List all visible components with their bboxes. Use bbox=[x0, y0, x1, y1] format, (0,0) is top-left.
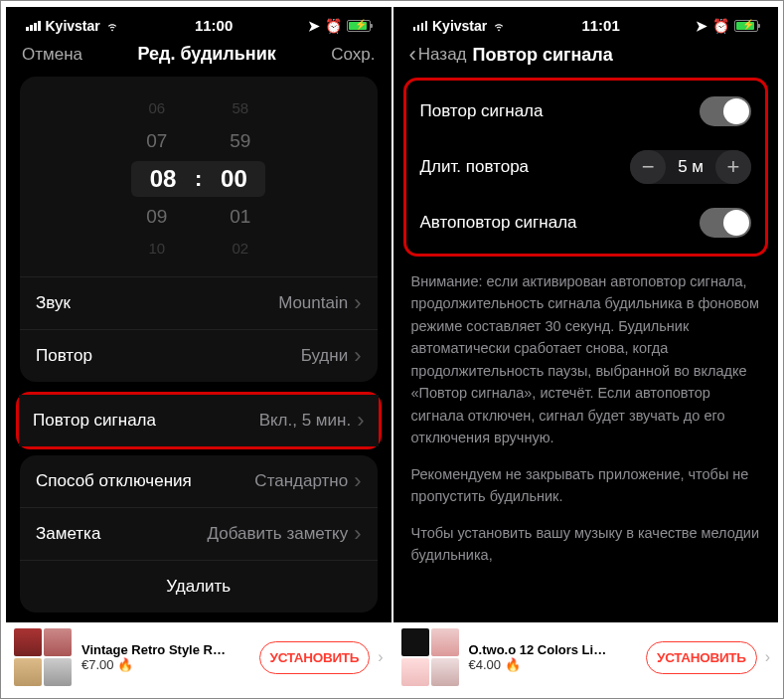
picker-min: 02 bbox=[209, 235, 272, 263]
phone-left: Kyivstar 11:00 ➤ ⏰ ⚡ Отмена Ред. будильн… bbox=[6, 7, 392, 692]
info-paragraph: Внимание: если активирован автоповтор си… bbox=[411, 270, 761, 449]
row-sound[interactable]: Звук Mountain› bbox=[20, 276, 378, 329]
ad-banner[interactable]: O.two.o 12 Colors Li… €4.00 🔥 УСТАНОВИТЬ… bbox=[393, 622, 779, 692]
page-title: Повтор сигнала bbox=[473, 45, 613, 66]
page-title: Ред. будильник bbox=[137, 44, 275, 65]
row-note[interactable]: Заметка Добавить заметку› bbox=[20, 507, 378, 560]
picker-hour: 06 bbox=[125, 94, 189, 123]
row-snooze-toggle: Повтор сигнала bbox=[414, 85, 758, 138]
ad-banner[interactable]: Vintage Retro Style R… €7.00 🔥 УСТАНОВИТ… bbox=[6, 622, 392, 692]
stepper-minus-button[interactable]: − bbox=[630, 150, 666, 184]
row-value: Mountain bbox=[278, 293, 348, 313]
carrier-label: Kyivstar bbox=[432, 18, 487, 34]
row-value: Будни bbox=[301, 346, 349, 366]
row-value: Вкл., 5 мин. bbox=[259, 411, 352, 431]
chevron-right-icon: › bbox=[354, 523, 361, 545]
carrier-label: Kyivstar bbox=[46, 18, 100, 34]
picker-min: 59 bbox=[209, 123, 272, 159]
row-label: Автоповтор сигнала bbox=[420, 213, 577, 233]
status-bar: Kyivstar 11:00 ➤ ⏰ ⚡ bbox=[6, 7, 392, 38]
duration-stepper: − 5 м + bbox=[630, 150, 751, 184]
highlight-snooze: Повтор сигнала Вкл., 5 мин.› bbox=[16, 392, 382, 449]
row-label: Повтор сигнала bbox=[420, 101, 544, 121]
row-dismiss[interactable]: Способ отключения Стандартно› bbox=[20, 455, 378, 507]
info-text: Внимание: если активирован автоповтор си… bbox=[393, 257, 779, 595]
chevron-right-icon: › bbox=[354, 292, 361, 314]
alarm-panel: 06 07 58 59 08 : 00 bbox=[20, 77, 378, 382]
chevron-right-icon: › bbox=[378, 648, 383, 666]
alarm-icon: ⏰ bbox=[325, 18, 342, 34]
picker-min: 58 bbox=[209, 94, 272, 123]
battery-icon: ⚡ bbox=[347, 20, 371, 32]
signal-icon bbox=[413, 21, 428, 31]
autorepeat-toggle[interactable] bbox=[700, 208, 751, 238]
info-paragraph: Чтобы установить вашу музыку в качестве … bbox=[411, 522, 761, 567]
alarm-icon: ⏰ bbox=[712, 18, 729, 34]
stepper-value: 5 м bbox=[666, 157, 715, 177]
time-picker[interactable]: 06 07 58 59 08 : 00 bbox=[20, 77, 378, 276]
row-snooze[interactable]: Повтор сигнала Вкл., 5 мин.› bbox=[19, 395, 379, 446]
picker-hour: 07 bbox=[125, 123, 189, 159]
cancel-button[interactable]: Отмена bbox=[22, 45, 82, 65]
row-label: Заметка bbox=[36, 524, 100, 544]
row-label: Способ отключения bbox=[36, 471, 192, 491]
ad-install-button[interactable]: УСТАНОВИТЬ bbox=[259, 641, 371, 674]
location-icon: ➤ bbox=[308, 18, 320, 34]
row-label: Повтор bbox=[36, 346, 92, 366]
picker-min: 01 bbox=[209, 199, 272, 235]
row-value: Стандартно bbox=[254, 471, 348, 491]
stepper-plus-button[interactable]: + bbox=[715, 150, 751, 184]
location-icon: ➤ bbox=[696, 18, 707, 34]
info-paragraph: Рекомендуем не закрывать приложение, что… bbox=[411, 463, 761, 508]
save-button[interactable]: Сохр. bbox=[331, 45, 375, 65]
row-label: Звук bbox=[36, 293, 71, 313]
ad-thumbnails bbox=[401, 628, 461, 686]
nav-bar: Отмена Ред. будильник Сохр. bbox=[6, 38, 392, 77]
row-label: Длит. повтора bbox=[420, 157, 530, 177]
row-repeat[interactable]: Повтор Будни› bbox=[20, 329, 378, 382]
row-placeholder: Добавить заметку bbox=[208, 524, 349, 544]
status-time: 11:00 bbox=[195, 17, 233, 34]
chevron-right-icon: › bbox=[354, 345, 361, 367]
ad-title: Vintage Retro Style R… bbox=[81, 642, 231, 657]
snooze-toggle[interactable] bbox=[700, 96, 751, 126]
back-button[interactable]: ‹ Назад bbox=[409, 44, 467, 66]
ad-thumbnails bbox=[14, 628, 74, 686]
wifi-icon bbox=[492, 19, 506, 33]
wifi-icon bbox=[105, 19, 119, 33]
row-label: Повтор сигнала bbox=[33, 411, 156, 431]
row-autorepeat: Автоповтор сигнала bbox=[414, 196, 758, 250]
delete-button[interactable]: Удалить bbox=[20, 560, 378, 612]
picker-hour: 09 bbox=[125, 199, 189, 235]
picker-hour: 10 bbox=[125, 235, 189, 263]
row-duration: Длит. повтора − 5 м + bbox=[414, 138, 758, 196]
picker-min-selected[interactable]: 00 bbox=[202, 161, 265, 197]
status-bar: Kyivstar 11:01 ➤ ⏰ ⚡ bbox=[393, 7, 779, 38]
ad-price: €7.00 🔥 bbox=[81, 657, 133, 672]
battery-icon: ⚡ bbox=[734, 20, 758, 32]
phone-right: Kyivstar 11:01 ➤ ⏰ ⚡ ‹ Назад Повтор сигн… bbox=[393, 7, 779, 692]
chevron-right-icon: › bbox=[765, 648, 770, 666]
picker-hour-selected[interactable]: 08 bbox=[131, 161, 195, 197]
signal-icon bbox=[26, 21, 41, 31]
ad-title: O.two.o 12 Colors Li… bbox=[469, 642, 618, 657]
nav-bar: ‹ Назад Повтор сигнала bbox=[393, 38, 779, 78]
ad-price: €4.00 🔥 bbox=[469, 657, 521, 672]
ad-install-button[interactable]: УСТАНОВИТЬ bbox=[646, 641, 757, 674]
chevron-right-icon: › bbox=[357, 410, 364, 432]
picker-selected-row: 08 : 00 bbox=[131, 161, 265, 197]
chevron-right-icon: › bbox=[354, 470, 361, 492]
highlight-settings: Повтор сигнала Длит. повтора − 5 м + Авт… bbox=[403, 78, 769, 257]
alarm-panel-2: Способ отключения Стандартно› Заметка До… bbox=[20, 455, 378, 612]
status-time: 11:01 bbox=[581, 17, 619, 34]
picker-colon: : bbox=[195, 166, 202, 192]
chevron-left-icon: ‹ bbox=[409, 44, 416, 66]
back-label: Назад bbox=[418, 45, 467, 65]
